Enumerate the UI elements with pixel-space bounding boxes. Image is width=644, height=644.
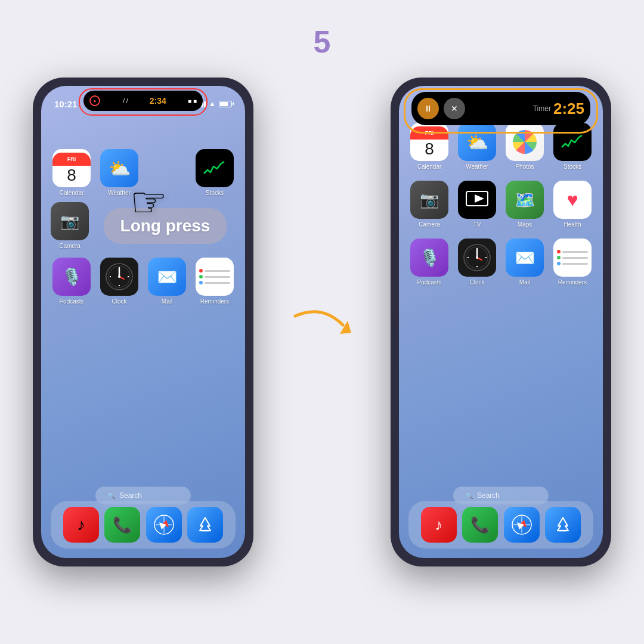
reminders-icon — [196, 258, 234, 296]
left-app-podcasts[interactable]: 🎙️ Podcasts — [51, 258, 92, 305]
dock-music[interactable]: ♪ — [63, 507, 99, 543]
left-app-stocks[interactable]: Stocks — [194, 149, 236, 196]
phones-container: 10:21 ▲ — [0, 78, 644, 566]
right-apps-row1: FRI 8 Calendar ⛅ Weather Photos — [399, 118, 603, 175]
left-app-reminders[interactable]: Reminders — [194, 258, 236, 305]
right-timer-display: Timer 2:25 — [470, 100, 584, 118]
stocks-label: Stocks — [206, 190, 224, 196]
right-tv-icon — [458, 181, 496, 219]
left-dock: ♪ 📞 — [51, 501, 236, 549]
dock-phone[interactable]: 📞 — [104, 507, 140, 543]
right-phone: ⏸ ✕ Timer 2:25 FRI 8 Ca — [391, 78, 611, 566]
right-app-mail[interactable]: ✉️ Mail — [504, 239, 546, 286]
right-mail-icon: ✉️ — [506, 239, 544, 277]
left-search-text: Search — [119, 491, 142, 500]
calendar-label: Calendar — [60, 190, 84, 196]
arrow-container — [289, 304, 355, 346]
right-clock-label: Clock — [469, 279, 484, 286]
podcasts-icon: 🎙️ — [52, 258, 91, 296]
hand-gesture: ☞ — [130, 178, 168, 227]
right-dock-appstore[interactable] — [545, 507, 581, 543]
right-dock-music[interactable]: ♪ — [421, 507, 457, 543]
svg-point-4 — [118, 275, 120, 278]
timer-ring-icon: ● — [89, 95, 100, 106]
left-phone: 10:21 ▲ — [33, 78, 253, 566]
right-app-clock[interactable]: Clock — [456, 239, 498, 286]
clock-icon — [100, 258, 138, 296]
right-apps-row2: 📷 Camera TV 🗺️ — [399, 176, 603, 233]
right-app-camera[interactable]: 📷 Camera — [408, 181, 450, 228]
right-photos-icon — [506, 123, 544, 161]
right-app-health[interactable]: ♥ Health — [552, 181, 593, 228]
reminders-label: Reminders — [200, 298, 229, 305]
right-weather-icon: ⛅ — [458, 123, 496, 161]
right-reminders-icon — [553, 239, 592, 277]
right-maps-label: Maps — [518, 221, 532, 228]
dock-safari[interactable] — [146, 507, 182, 543]
battery-icon — [219, 101, 232, 107]
step-number: 5 — [314, 24, 331, 60]
left-dynamic-island[interactable]: ● / / 2:34 ■ ■ — [83, 91, 203, 111]
right-podcasts-label: Podcasts — [417, 279, 441, 286]
right-app-photos[interactable]: Photos — [504, 123, 546, 170]
right-calendar-icon: FRI 8 — [410, 123, 448, 161]
right-tv-label: TV — [473, 221, 481, 228]
right-reminders-label: Reminders — [558, 279, 587, 286]
calendar-icon: FRI 8 — [52, 149, 91, 187]
right-search-text: Search — [477, 491, 500, 500]
right-dock-phone[interactable]: 📞 — [462, 507, 498, 543]
clock-label: Clock — [112, 298, 126, 305]
right-camera-icon: 📷 — [410, 181, 448, 219]
right-podcasts-icon: 🎙️ — [410, 239, 448, 277]
left-apps-row3: 🎙️ Podcasts — [41, 253, 245, 309]
stocks-icon — [196, 149, 234, 187]
right-camera-label: Camera — [419, 221, 440, 228]
right-app-maps[interactable]: 🗺️ Maps — [504, 181, 546, 228]
wifi-icon: ▲ — [209, 100, 216, 108]
right-app-podcasts[interactable]: 🎙️ Podcasts — [408, 239, 450, 286]
timer-pause-button[interactable]: ⏸ — [417, 98, 439, 119]
mail-label: Mail — [162, 298, 172, 305]
left-app-calendar[interactable]: FRI 8 Calendar — [51, 149, 92, 196]
right-app-tv[interactable]: TV — [456, 181, 498, 228]
left-app-clock[interactable]: Clock — [98, 258, 140, 305]
right-dock: ♪ 📞 — [408, 501, 593, 549]
right-dock-safari[interactable] — [504, 507, 540, 543]
dock-appstore[interactable] — [187, 507, 223, 543]
right-stocks-label: Stocks — [564, 163, 581, 170]
timer-close-button[interactable]: ✕ — [444, 98, 465, 119]
weather-label: Weather — [108, 190, 131, 196]
right-app-calendar[interactable]: FRI 8 Calendar — [408, 123, 450, 170]
right-maps-icon: 🗺️ — [506, 181, 544, 219]
timer-label: Timer — [533, 104, 551, 113]
right-dynamic-island[interactable]: ⏸ ✕ Timer 2:25 — [411, 92, 590, 125]
right-calendar-label: Calendar — [417, 163, 442, 170]
right-app-reminders[interactable]: Reminders — [552, 239, 593, 286]
right-health-icon: ♥ — [553, 181, 592, 219]
left-status-time: 10:21 — [54, 99, 77, 109]
svg-marker-17 — [475, 194, 484, 203]
right-app-weather[interactable]: ⛅ Weather — [456, 123, 498, 170]
right-clock-icon — [458, 239, 496, 277]
right-mail-label: Mail — [519, 279, 530, 286]
left-app-camera[interactable]: 📷 Camera — [51, 202, 89, 249]
right-health-label: Health — [564, 221, 581, 228]
camera-icon: 📷 — [51, 202, 89, 240]
right-weather-label: Weather — [466, 163, 488, 170]
right-photos-label: Photos — [515, 163, 534, 170]
right-app-stocks[interactable]: Stocks — [552, 123, 593, 170]
podcasts-label: Podcasts — [59, 298, 83, 305]
svg-point-22 — [476, 256, 478, 259]
timer-time: 2:25 — [553, 100, 584, 118]
camera-label: Camera — [59, 243, 80, 249]
left-timer-time: 2:34 — [150, 96, 166, 106]
right-stocks-icon — [553, 123, 592, 161]
right-apps-row3: 🎙️ Podcasts — [399, 234, 603, 290]
left-app-mail[interactable]: ✉️ Mail — [146, 258, 188, 305]
right-phone-screen: ⏸ ✕ Timer 2:25 FRI 8 Ca — [399, 86, 603, 558]
left-phone-screen: 10:21 ▲ — [41, 86, 245, 558]
transition-arrow — [289, 304, 355, 346]
mail-icon: ✉️ — [148, 258, 186, 296]
